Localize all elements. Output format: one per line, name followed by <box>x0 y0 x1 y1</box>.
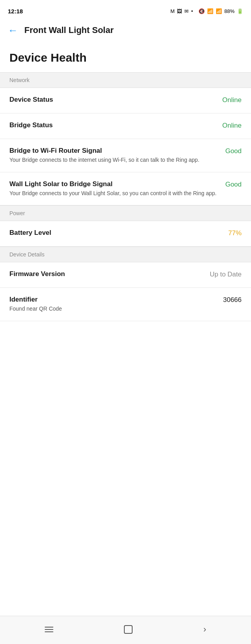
row-device-details-1: IdentifierFound near QR Code30666 <box>0 288 251 321</box>
gmail-icon: M <box>171 8 175 14</box>
row-power-0: Battery Level77% <box>0 221 251 247</box>
home-button[interactable] <box>124 625 133 634</box>
row-title-network-1: Bridge Status <box>9 121 216 129</box>
photo-icon: 🖼 <box>177 8 182 14</box>
row-value-network-0: Online <box>222 96 242 104</box>
row-network-3: Wall Light Solar to Bridge SignalYour Br… <box>0 172 251 206</box>
row-device-details-0: Firmware VersionUp to Date <box>0 262 251 288</box>
status-icons: M 🖼 ✉ • 🔇 📶 📶 88% 🔋 <box>171 8 243 14</box>
row-title-power-0: Battery Level <box>9 229 222 237</box>
row-network-1: Bridge StatusOnline <box>0 113 251 139</box>
battery-icon: 🔋 <box>237 8 243 14</box>
row-subtitle-network-2: Your Bridge connects to the internet usi… <box>9 156 219 164</box>
menu-button[interactable] <box>45 627 53 632</box>
mute-icon: 🔇 <box>198 8 205 14</box>
header: ← Front Wall Light Solar <box>0 20 251 42</box>
section-header-power: Power <box>0 205 251 221</box>
wifi-icon: 📶 <box>207 8 213 14</box>
row-left-device-details-0: Firmware Version <box>9 270 210 280</box>
row-value-network-1: Online <box>222 121 242 130</box>
nav-bar: › <box>0 616 251 644</box>
section-header-device-details: Device Details <box>0 247 251 262</box>
header-title: Front Wall Light Solar <box>24 25 114 35</box>
sections-container: NetworkDevice StatusOnlineBridge StatusO… <box>0 72 251 321</box>
row-title-network-0: Device Status <box>9 96 216 104</box>
row-title-device-details-0: Firmware Version <box>9 270 204 278</box>
status-time: 12:18 <box>8 8 23 15</box>
section-label-network: Network <box>9 77 29 83</box>
row-left-network-1: Bridge Status <box>9 121 222 131</box>
status-bar: 12:18 M 🖼 ✉ • 🔇 📶 📶 88% 🔋 <box>0 0 251 20</box>
row-network-2: Bridge to Wi-Fi Router SignalYour Bridge… <box>0 139 251 172</box>
signal-icon: 📶 <box>216 8 222 14</box>
row-value-network-3: Good <box>225 180 242 188</box>
page-title: Device Health <box>9 51 242 64</box>
row-value-device-details-1: 30666 <box>223 296 242 304</box>
row-title-network-2: Bridge to Wi-Fi Router Signal <box>9 147 219 155</box>
row-title-device-details-1: Identifier <box>9 296 217 304</box>
row-network-0: Device StatusOnline <box>0 88 251 113</box>
row-left-network-3: Wall Light Solar to Bridge SignalYour Br… <box>9 180 225 198</box>
row-title-network-3: Wall Light Solar to Bridge Signal <box>9 180 219 188</box>
section-header-network: Network <box>0 72 251 88</box>
dot-indicator: • <box>191 8 193 14</box>
row-subtitle-network-3: Your Bridge connects to your Wall Light … <box>9 190 219 198</box>
row-value-network-2: Good <box>225 147 242 155</box>
section-label-power: Power <box>9 210 25 216</box>
back-nav-button[interactable]: › <box>204 625 206 634</box>
row-left-network-2: Bridge to Wi-Fi Router SignalYour Bridge… <box>9 147 225 164</box>
page-title-section: Device Health <box>0 42 251 72</box>
mail-icon: ✉ <box>184 8 189 14</box>
row-left-power-0: Battery Level <box>9 229 228 238</box>
section-label-device-details: Device Details <box>9 251 44 258</box>
row-subtitle-device-details-1: Found near QR Code <box>9 305 217 313</box>
row-left-device-details-1: IdentifierFound near QR Code <box>9 296 223 313</box>
row-left-network-0: Device Status <box>9 96 222 105</box>
row-value-power-0: 77% <box>228 229 242 237</box>
back-button[interactable]: ← <box>8 25 18 35</box>
battery-text: 88% <box>224 8 235 14</box>
row-value-device-details-0: Up to Date <box>210 270 242 278</box>
